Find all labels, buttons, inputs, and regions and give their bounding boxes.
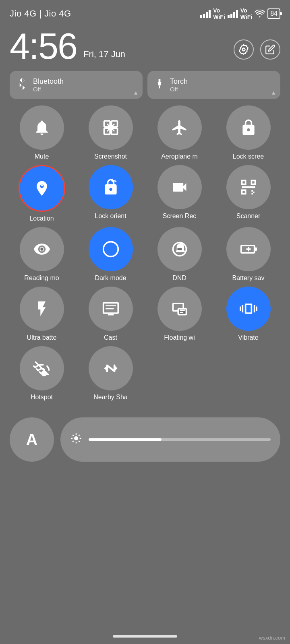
svg-point-22	[40, 248, 43, 250]
vibrate-circle	[226, 287, 271, 331]
darkmode-circle	[89, 227, 133, 271]
cast-tile[interactable]: Cast	[79, 287, 143, 341]
hotspot-label: Hotspot	[31, 394, 53, 401]
aeroplane-circle	[157, 105, 202, 150]
scanner-circle	[226, 165, 271, 209]
battery-icon: 84	[267, 8, 280, 19]
svg-rect-3	[209, 10, 211, 18]
aeroplane-tile[interactable]: Aeroplane m	[147, 105, 211, 160]
signal-icon-2	[228, 10, 238, 18]
dnd-tile[interactable]: DND	[147, 227, 211, 282]
tiles-row-1: Mute Screenshot Aeroplane m	[0, 105, 290, 160]
readingmode-tile[interactable]: Reading mo	[10, 227, 74, 282]
readingmode-circle	[20, 227, 64, 271]
bluetooth-tile[interactable]: Bluetooth Off ▲	[10, 71, 143, 99]
bolt-icon-svg	[33, 300, 51, 318]
lockscreen-label: Lock scree	[233, 153, 264, 160]
torch-arrow: ▲	[271, 89, 276, 96]
edit-icon[interactable]	[260, 39, 280, 60]
svg-rect-20	[242, 190, 245, 194]
vibrate-tile[interactable]: Vibrate	[216, 287, 280, 341]
scanner-icon-svg	[240, 178, 257, 196]
gear-icon-svg	[238, 44, 249, 55]
svg-rect-7	[236, 10, 238, 18]
torch-label: Torch	[170, 77, 188, 86]
svg-line-47	[72, 441, 74, 442]
svg-point-23	[103, 242, 118, 257]
brightness-slider[interactable]	[60, 417, 280, 462]
svg-rect-9	[159, 79, 161, 82]
svg-line-44	[72, 435, 74, 436]
font-size-button[interactable]: A	[10, 417, 54, 462]
mute-tile[interactable]: Mute	[10, 105, 74, 160]
svg-rect-0	[200, 15, 202, 18]
lock-icon-svg	[240, 119, 257, 136]
floatingwi-tile[interactable]: Floating wi	[147, 287, 211, 341]
edit-icon-svg	[265, 44, 276, 55]
bluetooth-arrow: ▲	[133, 89, 139, 96]
location-selection-border	[19, 165, 65, 212]
vibrate-label: Vibrate	[238, 334, 258, 341]
svg-rect-28	[103, 303, 118, 313]
screenshot-circle	[89, 105, 133, 150]
darkmode-label: Dark mode	[95, 275, 126, 282]
batterysave-label: Battery sav	[232, 275, 264, 282]
partial-tiles-row: Bluetooth Off ▲ Torch Off ▲	[0, 71, 290, 105]
hotspot-circle	[20, 346, 64, 390]
mute-icon-svg	[33, 119, 51, 136]
screenshot-tile[interactable]: Screenshot	[79, 105, 143, 160]
ultrabatte-circle	[20, 287, 64, 331]
lockorient-circle	[89, 165, 133, 209]
dnd-label: DND	[172, 275, 186, 282]
eye-icon-svg	[33, 240, 51, 258]
readingmode-label: Reading mo	[24, 275, 59, 282]
clock-date: Fri, 17 Jun	[83, 49, 125, 64]
dnd-circle	[157, 227, 202, 271]
svg-point-39	[74, 436, 78, 440]
batterysave-tile[interactable]: Battery sav	[216, 227, 280, 282]
svg-rect-19	[251, 181, 255, 184]
lockscreen-tile[interactable]: Lock scree	[216, 105, 280, 160]
torch-icon	[154, 78, 165, 92]
hotspot-icon-svg	[33, 359, 51, 377]
nearbyshare-tile[interactable]: Nearby Sha	[79, 346, 143, 401]
torch-icon-svg	[154, 78, 165, 89]
brightness-bar[interactable]	[89, 438, 271, 441]
settings-icon[interactable]	[234, 39, 254, 60]
screenshot-icon-svg	[102, 119, 120, 136]
lockorient-tile[interactable]: Lock orient	[79, 165, 143, 222]
svg-rect-34	[178, 309, 186, 315]
carrier-label: Jio 4G | Jio 4G	[10, 8, 71, 19]
torch-tile[interactable]: Torch Off ▲	[147, 71, 280, 99]
scanner-label: Scanner	[236, 213, 261, 220]
location-tile[interactable]: Location	[10, 165, 74, 222]
nearbyshare-circle	[89, 346, 133, 390]
vo-wifi-label-1: VoWiFi	[213, 7, 225, 20]
screenrec-tile[interactable]: Screen Rec	[147, 165, 211, 222]
dnd-icon-svg	[171, 240, 188, 258]
tiles-row-2: Location Lock orient Screen Rec	[0, 165, 290, 222]
scanner-tile[interactable]: Scanner	[216, 165, 280, 222]
location-circle	[20, 166, 64, 211]
vo-wifi-label-2: VoWiFi	[240, 7, 252, 20]
bottom-controls: A	[0, 411, 290, 462]
font-size-label: A	[26, 431, 38, 449]
svg-rect-5	[230, 14, 232, 18]
location-label: Location	[29, 215, 54, 222]
signal-icon-1	[200, 10, 211, 18]
darkmode-tile[interactable]: Dark mode	[79, 227, 143, 282]
lockorient-label: Lock orient	[95, 213, 126, 220]
home-bar[interactable]	[113, 635, 177, 638]
ultrabatte-tile[interactable]: Ultra batte	[10, 287, 74, 341]
tiles-row-3: Reading mo Dark mode DND	[0, 227, 290, 282]
bluetooth-status: Off	[33, 86, 64, 93]
hotspot-tile[interactable]: Hotspot	[10, 346, 74, 401]
battery-save-icon-svg	[240, 240, 257, 258]
aeroplane-label: Aeroplane m	[161, 153, 198, 160]
svg-rect-6	[233, 12, 235, 18]
vibrate-icon-svg	[240, 300, 257, 318]
nearbyshare-label: Nearby Sha	[93, 394, 128, 401]
clock-time: 4:56	[10, 28, 77, 64]
clock-area: 4:56 Fri, 17 Jun	[0, 24, 290, 71]
screenrec-icon-svg	[171, 178, 188, 196]
